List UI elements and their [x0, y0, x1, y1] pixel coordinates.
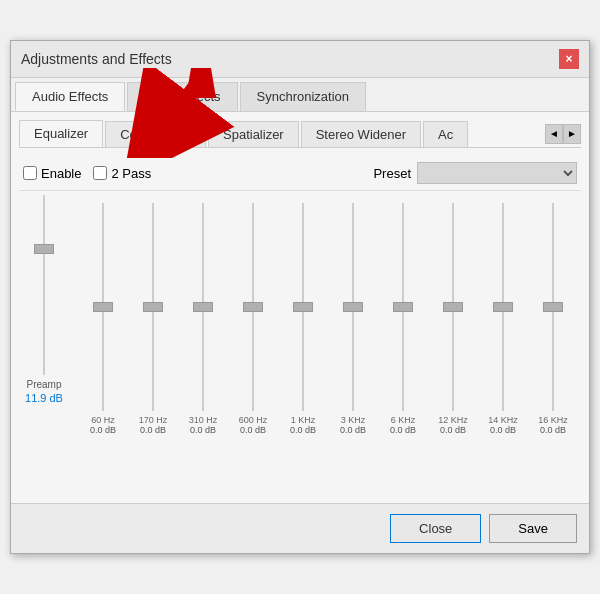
eq-slider-thumb-3[interactable]: [243, 302, 263, 312]
eq-band-value-9: 0.0 dB: [540, 425, 566, 435]
eq-band-freq-8: 14 KHz: [488, 415, 518, 425]
enable-label: Enable: [41, 166, 81, 181]
eq-slider-track-6: [402, 203, 404, 411]
eq-band-value-2: 0.0 dB: [190, 425, 216, 435]
eq-band-2: 310 Hz 0.0 dB: [179, 203, 227, 435]
eq-band-value-8: 0.0 dB: [490, 425, 516, 435]
preamp-column: Preamp 11.9 dB: [19, 195, 69, 495]
eq-band-value-0: 0.0 dB: [90, 425, 116, 435]
eq-band-8: 14 KHz 0.0 dB: [479, 203, 527, 435]
subtab-equalizer[interactable]: Equalizer: [19, 120, 103, 147]
title-bar: Adjustments and Effects ×: [11, 41, 589, 78]
eq-band-value-7: 0.0 dB: [440, 425, 466, 435]
eq-band-freq-9: 16 KHz: [538, 415, 568, 425]
eq-band-freq-2: 310 Hz: [189, 415, 218, 425]
eq-bands: 60 Hz 0.0 dB 170 Hz 0.0 dB 310 Hz 0.0 dB…: [79, 203, 577, 435]
eq-slider-thumb-7[interactable]: [443, 302, 463, 312]
eq-band-freq-6: 6 KHz: [391, 415, 416, 425]
eq-band-value-1: 0.0 dB: [140, 425, 166, 435]
eq-band-value-3: 0.0 dB: [240, 425, 266, 435]
main-tabs: Audio Effects Video Effects Synchronizat…: [11, 78, 589, 112]
eq-band-value-5: 0.0 dB: [340, 425, 366, 435]
eq-slider-track-7: [452, 203, 454, 411]
eq-slider-thumb-8[interactable]: [493, 302, 513, 312]
preset-section: Preset: [373, 162, 577, 184]
sub-tab-prev[interactable]: ◄: [545, 124, 563, 144]
content-area: Equalizer Compressor Spatializer Stereo …: [11, 112, 589, 503]
eq-band-value-4: 0.0 dB: [290, 425, 316, 435]
sub-tab-next[interactable]: ►: [563, 124, 581, 144]
eq-band-freq-4: 1 KHz: [291, 415, 316, 425]
eq-slider-track-1: [152, 203, 154, 411]
preamp-slider-thumb[interactable]: [34, 244, 54, 254]
twopass-checkbox-label[interactable]: 2 Pass: [93, 166, 151, 181]
preset-label: Preset: [373, 166, 411, 181]
eq-slider-track-3: [252, 203, 254, 411]
eq-band-freq-3: 600 Hz: [239, 415, 268, 425]
subtab-ac[interactable]: Ac: [423, 121, 468, 147]
eq-slider-thumb-6[interactable]: [393, 302, 413, 312]
eq-band-value-6: 0.0 dB: [390, 425, 416, 435]
eq-band-5: 3 KHz 0.0 dB: [329, 203, 377, 435]
eq-band-freq-7: 12 KHz: [438, 415, 468, 425]
twopass-label: 2 Pass: [111, 166, 151, 181]
eq-slider-track-4: [302, 203, 304, 411]
sub-tabs: Equalizer Compressor Spatializer Stereo …: [19, 120, 581, 148]
subtab-spatializer[interactable]: Spatializer: [208, 121, 299, 147]
bottom-buttons: Close Save: [11, 503, 589, 553]
window-close-button[interactable]: ×: [559, 49, 579, 69]
tab-video-effects[interactable]: Video Effects: [127, 82, 237, 111]
eq-band-3: 600 Hz 0.0 dB: [229, 203, 277, 435]
eq-slider-track-0: [102, 203, 104, 411]
enable-checkbox[interactable]: [23, 166, 37, 180]
preset-select[interactable]: [417, 162, 577, 184]
preamp-label: Preamp: [26, 379, 61, 390]
eq-band-9: 16 KHz 0.0 dB: [529, 203, 577, 435]
eq-band-7: 12 KHz 0.0 dB: [429, 203, 477, 435]
subtab-compressor[interactable]: Compressor: [105, 121, 206, 147]
eq-band-0: 60 Hz 0.0 dB: [79, 203, 127, 435]
eq-slider-thumb-0[interactable]: [93, 302, 113, 312]
preamp-value: 11.9 dB: [25, 392, 63, 404]
eq-slider-track-2: [202, 203, 204, 411]
tab-synchronization[interactable]: Synchronization: [240, 82, 367, 111]
tab-audio-effects[interactable]: Audio Effects: [15, 82, 125, 111]
eq-slider-thumb-9[interactable]: [543, 302, 563, 312]
close-button[interactable]: Close: [390, 514, 481, 543]
eq-band-4: 1 KHz 0.0 dB: [279, 203, 327, 435]
eq-slider-track-5: [352, 203, 354, 411]
save-button[interactable]: Save: [489, 514, 577, 543]
eq-band-freq-1: 170 Hz: [139, 415, 168, 425]
subtab-stereo-widener[interactable]: Stereo Widener: [301, 121, 421, 147]
equalizer-area: Preamp 11.9 dB 60 Hz 0.0 dB 170 Hz 0.0 d…: [19, 195, 581, 495]
controls-row: Enable 2 Pass Preset: [19, 156, 581, 191]
eq-slider-thumb-5[interactable]: [343, 302, 363, 312]
eq-slider-track-8: [502, 203, 504, 411]
enable-checkbox-label[interactable]: Enable: [23, 166, 81, 181]
eq-band-freq-0: 60 Hz: [91, 415, 115, 425]
eq-band-1: 170 Hz 0.0 dB: [129, 203, 177, 435]
eq-slider-thumb-4[interactable]: [293, 302, 313, 312]
sub-tab-nav: ◄ ►: [545, 124, 581, 144]
window-title: Adjustments and Effects: [21, 51, 172, 67]
preamp-track: [43, 195, 45, 375]
eq-slider-thumb-2[interactable]: [193, 302, 213, 312]
twopass-checkbox[interactable]: [93, 166, 107, 180]
eq-slider-thumb-1[interactable]: [143, 302, 163, 312]
eq-slider-track-9: [552, 203, 554, 411]
eq-band-freq-5: 3 KHz: [341, 415, 366, 425]
main-window: Adjustments and Effects × Audio Effects …: [10, 40, 590, 554]
eq-band-6: 6 KHz 0.0 dB: [379, 203, 427, 435]
